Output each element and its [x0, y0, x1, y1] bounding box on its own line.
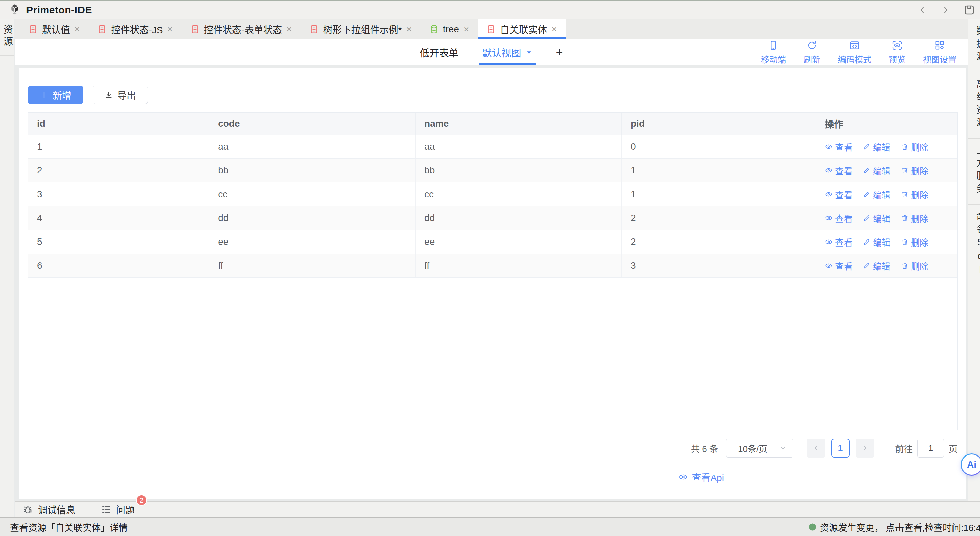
sidebar-item-thirdparty-services[interactable]: 三方服务 [968, 138, 980, 205]
delete-icon [900, 143, 908, 151]
row-delete-link[interactable]: 删除 [900, 188, 928, 200]
code-mode-icon [849, 40, 860, 51]
refresh-icon [807, 40, 817, 51]
tab-tree[interactable]: tree × [421, 19, 478, 39]
form-icon [309, 24, 319, 34]
tab-control-state-js[interactable]: 控件状态-JS × [89, 19, 181, 39]
tab-default-view[interactable]: 默认视图 [480, 39, 534, 65]
tab-label: 树形下拉组件示例* [323, 22, 402, 36]
close-icon[interactable]: × [286, 24, 292, 34]
cell-code: ff [209, 254, 415, 277]
sidebar-item-resources[interactable]: 资源 [0, 19, 14, 56]
sidebar-item-offline-resources[interactable]: 离线资源 [968, 72, 980, 138]
add-view-label: + [556, 45, 563, 59]
tab-low-code-form[interactable]: 低开表单 [418, 39, 460, 65]
row-edit-link[interactable]: 编辑 [862, 140, 891, 153]
table-row: 5 ee ee 2 查看 编辑 删除 [28, 230, 957, 254]
eye-icon [825, 166, 833, 174]
row-edit-link[interactable]: 编辑 [862, 212, 891, 224]
goto-label: 前往 [895, 442, 913, 455]
close-icon[interactable]: × [406, 24, 412, 34]
cell-code: cc [209, 183, 415, 206]
file-tab-strip: 默认值 × 控件状态-JS × 控件状态-表单状态 × 树形下拉组件示例* × … [15, 19, 968, 39]
table-row: 1 aa aa 0 查看 编辑 删除 [28, 135, 957, 159]
problems-button[interactable]: 问题 2 [101, 503, 135, 516]
row-edit-link[interactable]: 编辑 [862, 236, 891, 248]
sidebar-item-named-sql[interactable]: 命名Sql [968, 205, 980, 286]
row-view-link[interactable]: 查看 [825, 164, 853, 177]
export-button[interactable]: 导出 [92, 86, 148, 104]
prev-page-button[interactable] [807, 439, 826, 458]
code-mode-button[interactable]: 编码模式 [838, 40, 871, 65]
eye-icon [825, 143, 833, 151]
row-delete-link[interactable]: 删除 [900, 212, 928, 224]
save-icon[interactable] [963, 4, 975, 16]
add-view-button[interactable]: + [554, 39, 565, 65]
row-view-link[interactable]: 查看 [825, 140, 853, 153]
sidebar-item-datasource[interactable]: 数据源 [968, 19, 980, 72]
view-toolbar: 低开表单 默认视图 + 移动端 刷新 [15, 39, 968, 65]
view-settings-button[interactable]: 视图设置 [923, 40, 956, 65]
goto-page-input[interactable] [917, 439, 944, 458]
view-api-link[interactable]: 查看Api [678, 470, 724, 484]
nav-back-icon[interactable] [918, 5, 928, 15]
action-label: 视图设置 [923, 53, 956, 65]
row-view-link[interactable]: 查看 [825, 259, 853, 272]
page-size-select[interactable]: 10条/页 [726, 439, 793, 458]
row-view-link[interactable]: 查看 [825, 212, 853, 224]
page-size-value: 10条/页 [738, 442, 767, 455]
edit-icon [862, 262, 871, 270]
cell-name: cc [415, 183, 622, 206]
view-tab-label: 默认视图 [482, 45, 521, 59]
row-edit-link[interactable]: 编辑 [862, 188, 891, 200]
add-record-button[interactable]: 新增 [28, 86, 83, 104]
status-bar: 查看资源「自关联实体」详情 资源发生变更， 点击查看,检查时间:16:46 [0, 517, 980, 536]
tab-default-value[interactable]: 默认值 × [19, 19, 89, 39]
table-row: 2 bb bb 1 查看 编辑 删除 [28, 159, 957, 183]
mobile-mode-button[interactable]: 移动端 [761, 40, 786, 65]
row-edit-link[interactable]: 编辑 [862, 164, 891, 177]
pagination: 共 6 条 10条/页 1 前往 页 [28, 439, 958, 458]
eye-icon [678, 472, 688, 482]
cell-id: 4 [28, 206, 209, 230]
mobile-icon [768, 40, 779, 51]
ai-assistant-button[interactable]: Ai [961, 453, 980, 476]
close-icon[interactable]: × [551, 24, 557, 34]
preview-button[interactable]: 预览 [889, 40, 905, 65]
ai-assistant-label: Ai [967, 459, 976, 470]
cell-name: aa [415, 135, 622, 158]
page-unit-label: 页 [949, 442, 958, 455]
cell-code: bb [209, 159, 415, 182]
cell-id: 6 [28, 254, 209, 277]
table-row: 4 dd dd 2 查看 编辑 删除 [28, 206, 957, 230]
tab-self-related-entity[interactable]: 自关联实体 × [477, 19, 565, 39]
page-number-1[interactable]: 1 [831, 439, 850, 458]
pagination-total: 共 6 条 [691, 442, 718, 455]
preview-icon [892, 40, 902, 51]
cell-name: ff [415, 254, 622, 277]
row-view-link[interactable]: 查看 [825, 236, 853, 248]
cell-code: ee [209, 230, 415, 254]
close-icon[interactable]: × [75, 24, 80, 34]
row-delete-link[interactable]: 删除 [900, 164, 928, 177]
eye-icon [825, 262, 833, 270]
chevron-down-icon [780, 444, 787, 452]
next-page-button[interactable] [856, 439, 874, 458]
tab-control-state-form[interactable]: 控件状态-表单状态 × [181, 19, 301, 39]
action-label: 编码模式 [838, 53, 871, 65]
refresh-button[interactable]: 刷新 [803, 40, 820, 65]
cell-id: 5 [28, 230, 209, 254]
view-tab-label: 低开表单 [420, 45, 458, 59]
debug-info-button[interactable]: 调试信息 [23, 503, 75, 516]
nav-forward-icon[interactable] [940, 5, 950, 15]
row-delete-link[interactable]: 删除 [900, 236, 928, 248]
row-view-link[interactable]: 查看 [825, 188, 853, 200]
close-icon[interactable]: × [167, 24, 172, 34]
row-edit-link[interactable]: 编辑 [862, 259, 891, 272]
tab-tree-dropdown-example[interactable]: 树形下拉组件示例* × [301, 19, 420, 39]
row-delete-link[interactable]: 删除 [900, 259, 928, 272]
row-delete-link[interactable]: 删除 [900, 140, 928, 153]
close-icon[interactable]: × [463, 24, 469, 34]
view-api-label: 查看Api [692, 470, 724, 484]
resource-change-notice[interactable]: 资源发生变更， 点击查看,检查时间:16:46 [809, 520, 980, 533]
